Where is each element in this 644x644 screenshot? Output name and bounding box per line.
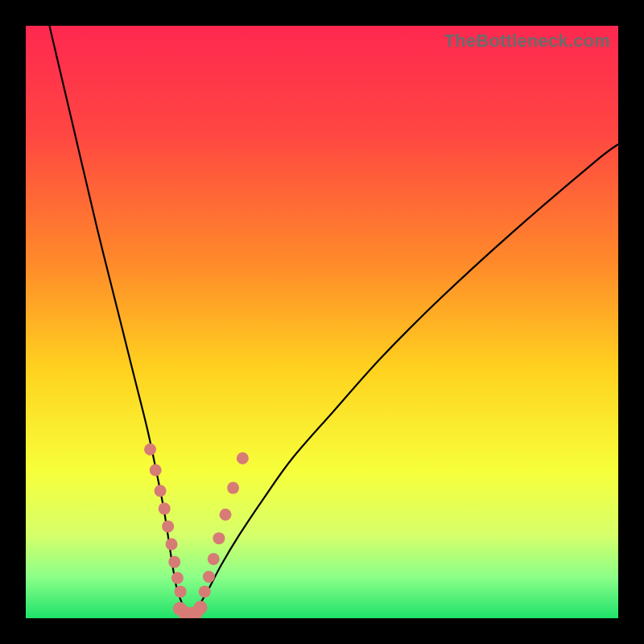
plot-area: TheBottleneck.com — [26, 26, 618, 618]
data-dot — [213, 532, 225, 544]
data-dot — [162, 520, 174, 532]
data-dot — [227, 482, 239, 494]
data-dot — [155, 485, 167, 497]
data-dot — [208, 553, 220, 565]
data-dot — [159, 502, 171, 514]
data-dot — [144, 444, 156, 456]
right-curve — [192, 144, 618, 613]
watermark-text: TheBottleneck.com — [444, 31, 610, 52]
dots-valley-cluster — [173, 601, 208, 618]
data-dot — [220, 509, 232, 521]
dots-right-cluster — [199, 452, 249, 598]
data-dot — [166, 539, 178, 551]
data-dot — [150, 464, 162, 477]
data-dot — [237, 452, 249, 464]
data-dot — [171, 572, 184, 584]
curves-layer — [26, 26, 618, 618]
data-dot — [168, 556, 180, 568]
data-dot — [175, 585, 187, 597]
data-dot — [199, 585, 211, 597]
data-dot — [203, 571, 215, 583]
chart-frame: TheBottleneck.com — [0, 0, 644, 644]
data-dot — [194, 601, 208, 614]
